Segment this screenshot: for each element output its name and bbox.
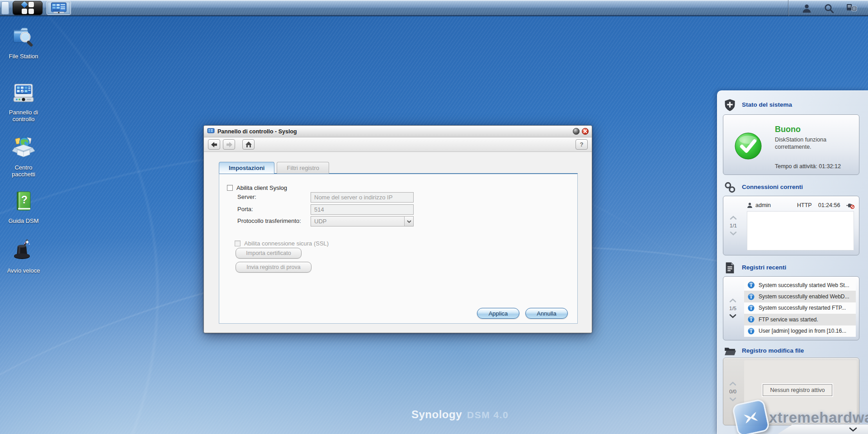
forward-icon <box>226 142 232 147</box>
desktop-icon-label: Centro pacchetti <box>4 164 43 178</box>
log-document-icon <box>724 262 736 274</box>
apply-button[interactable]: Applica <box>477 308 519 319</box>
info-icon <box>748 328 755 335</box>
taskbar-right-tray <box>788 0 868 16</box>
folder-open-icon <box>724 345 736 357</box>
desktop-icon-label: Pannello di controllo <box>4 109 43 123</box>
main-menu-icon <box>22 2 34 14</box>
taskbar-item-control-panel[interactable] <box>47 1 71 15</box>
chevron-down-icon[interactable] <box>730 231 737 236</box>
menu-diamond-icon <box>21 1 28 8</box>
help-glyph: ? <box>21 194 28 206</box>
protocol-value: UDP <box>314 218 326 225</box>
enable-syslog-row: Abilita client Syslog <box>227 184 287 191</box>
ssl-label: Abilita connessione sicura (SSL) <box>244 240 329 247</box>
log-row[interactable]: User [admin] logged in from [10.16... <box>744 326 856 337</box>
window-icon <box>207 128 215 135</box>
chevron-down-icon[interactable] <box>729 397 736 401</box>
tab-filtri-registro[interactable]: Filtri registro <box>277 162 329 174</box>
desktop-icon-label: File Station <box>4 53 43 60</box>
log-row[interactable]: FTP service was started. <box>744 314 856 325</box>
chevron-down-icon[interactable] <box>729 314 736 318</box>
package-center-icon <box>11 136 36 160</box>
search-icon[interactable] <box>824 4 834 13</box>
disconnect-icon[interactable] <box>846 202 854 209</box>
file-station-icon <box>11 24 36 49</box>
desktop-icon-quick-start[interactable]: Avvio veloce <box>4 239 43 274</box>
taskbar <box>0 0 868 16</box>
user-icon[interactable] <box>802 4 811 13</box>
desktop: File Station Pannello di controllo <box>0 0 868 434</box>
log-text: User [admin] logged in from [10.16... <box>759 328 846 334</box>
settings-panel: Abilita client Syslog Server: Porta: Pro… <box>219 173 578 324</box>
control-panel-icon <box>11 80 36 105</box>
desktop-icon-label: Avvio veloce <box>4 267 43 274</box>
widget-sidebar: Stato del sistema Buono DiskStation funz… <box>717 90 868 434</box>
uptime-text: Tempo di attività: 01:32:12 <box>775 163 841 170</box>
show-desktop-button[interactable] <box>1 1 9 14</box>
server-input[interactable] <box>311 192 414 203</box>
desktop-icon-control-panel[interactable]: Pannello di controllo <box>4 80 43 123</box>
close-button[interactable] <box>582 128 589 135</box>
shield-icon <box>724 99 736 111</box>
chevron-up-icon[interactable] <box>729 298 736 302</box>
section-title: Registro modifica file <box>742 347 804 354</box>
import-certificate-button[interactable]: Importa certificato <box>236 248 302 259</box>
main-menu-button[interactable] <box>13 1 42 15</box>
chevron-up-icon[interactable] <box>729 382 736 386</box>
log-text: System successfully started Web St... <box>759 282 849 288</box>
protocol-label: Protocollo trasferimento: <box>237 217 301 224</box>
cancel-button[interactable]: Annulla <box>525 308 568 319</box>
minimize-button[interactable] <box>573 128 580 135</box>
desktop-icon-label: Guida DSM <box>4 217 43 224</box>
window-titlebar[interactable]: Pannello di controllo - Syslog <box>204 126 592 137</box>
section-title: Stato del sistema <box>742 101 792 108</box>
log-row[interactable]: System successfully enabled WebD... <box>744 291 856 302</box>
recent-logs-header: Registri recenti <box>717 262 868 275</box>
connections-list[interactable] <box>747 211 854 250</box>
control-panel-window-icon <box>51 2 67 14</box>
enable-syslog-checkbox[interactable] <box>227 185 233 191</box>
file-log-header: Registro modifica file <box>717 345 868 359</box>
section-title: Connessioni correnti <box>742 184 803 190</box>
desktop-icon-file-station[interactable]: File Station <box>4 24 43 60</box>
help-button[interactable]: ? <box>576 139 588 150</box>
connection-protocol: HTTP <box>797 202 812 208</box>
back-icon <box>211 142 217 147</box>
status-ok-icon <box>734 132 762 160</box>
protocol-select[interactable]: UDP <box>311 216 414 226</box>
control-panel-syslog-window: Pannello di controllo - Syslog <box>203 125 592 333</box>
port-input[interactable] <box>311 204 414 215</box>
xtremehardware-logo-icon <box>731 398 770 434</box>
desktop-icon-package-center[interactable]: Centro pacchetti <box>4 136 43 178</box>
window-toolbar: ? <box>204 137 592 152</box>
enable-syslog-label: Abilita client Syslog <box>236 184 287 191</box>
log-text: System successfully restarted FTP... <box>759 305 846 311</box>
quick-start-icon <box>11 239 36 263</box>
synology-logo-text: Synology <box>411 408 462 421</box>
connections-pager: 1/1 <box>723 196 743 255</box>
connection-row[interactable]: admin HTTP 01:24:56 <box>747 201 854 210</box>
info-icon <box>748 282 755 288</box>
log-row[interactable]: System successfully restarted FTP... <box>744 302 856 314</box>
status-description: DiskStation funziona correttamente. <box>775 136 853 151</box>
chevron-up-icon[interactable] <box>730 216 737 220</box>
ssl-checkbox[interactable] <box>235 241 241 246</box>
home-button[interactable] <box>242 139 255 150</box>
info-icon <box>748 305 755 311</box>
connections-header: Connessioni correnti <box>717 181 868 195</box>
back-button[interactable] <box>208 139 220 150</box>
info-icon <box>748 293 755 300</box>
forward-button[interactable] <box>223 139 235 150</box>
watermark-text: xtremehardware.com <box>769 409 868 426</box>
tab-impostazioni[interactable]: Impostazioni <box>219 162 274 174</box>
send-test-log-button[interactable]: Invia registro di prova <box>236 262 311 273</box>
pilot-view-icon[interactable] <box>846 4 857 13</box>
system-status-panel: Buono DiskStation funziona correttamente… <box>723 114 859 175</box>
log-row[interactable]: System successfully started Web St... <box>744 279 856 291</box>
link-icon <box>724 181 736 193</box>
window-content: Impostazioni Filtri registro Abilita cli… <box>204 152 592 333</box>
info-icon <box>748 316 755 323</box>
desktop-icon-dsm-help[interactable]: ? Guida DSM <box>4 189 43 224</box>
dsm-branding: Synology DSM 4.0 <box>411 408 509 421</box>
